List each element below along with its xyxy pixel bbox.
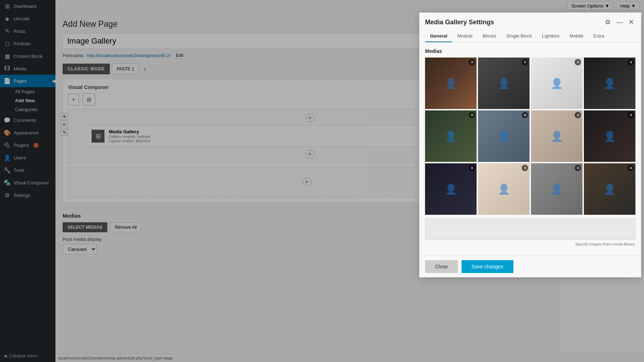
gallery-thumb-12: 👤 ✕ xyxy=(584,163,635,215)
gallery-thumb-7: 👤 ✕ xyxy=(531,110,582,162)
gallery-thumb-5: 👤 ✕ xyxy=(425,110,477,162)
gallery-thumb-6: 👤 ✕ xyxy=(478,110,530,162)
gallery-remove-8[interactable]: ✕ xyxy=(628,112,634,118)
tab-lightbox[interactable]: Lightbox xyxy=(537,30,565,42)
gallery-thumb-3: 👤 ✕ xyxy=(531,58,582,109)
gallery-remove-12[interactable]: ✕ xyxy=(628,165,634,171)
tab-single-block[interactable]: Single Block xyxy=(501,30,537,42)
gallery-add-area[interactable] xyxy=(425,218,635,240)
modal-title-row: Media Gallery Settings ⚙ — ✕ xyxy=(425,18,635,27)
gallery-remove-2[interactable]: ✕ xyxy=(522,59,528,65)
gallery-thumb-2: 👤 ✕ xyxy=(478,58,530,109)
modal-overlay: Media Gallery Settings ⚙ — ✕ General Mod… xyxy=(0,0,644,362)
gallery-remove-7[interactable]: ✕ xyxy=(575,112,581,118)
modal-minimize-button[interactable]: — xyxy=(615,18,624,27)
gallery-thumb-1: 👤 ✕ xyxy=(425,58,477,109)
gallery-remove-4[interactable]: ✕ xyxy=(628,59,634,65)
gallery-remove-6[interactable]: ✕ xyxy=(522,112,528,118)
modal-tabs: General Module Blocks Single Block Light… xyxy=(425,30,635,42)
tab-general[interactable]: General xyxy=(425,30,452,42)
gallery-thumb-11: 👤 ✕ xyxy=(531,163,582,215)
gallery-remove-1[interactable]: ✕ xyxy=(469,59,475,65)
modal-medias-heading: Medias xyxy=(425,48,635,54)
modal-header-icons: ⚙ — ✕ xyxy=(604,18,635,27)
gallery-hint: Specify images from media library. xyxy=(425,242,635,246)
gallery-remove-5[interactable]: ✕ xyxy=(469,112,475,118)
modal-close-btn[interactable]: Close xyxy=(425,260,458,273)
modal-footer: Close Save changes xyxy=(419,256,641,277)
modal-header: Media Gallery Settings ⚙ — ✕ General Mod… xyxy=(419,13,641,43)
gallery-thumb-9: 👤 ✕ xyxy=(425,163,477,215)
gallery-grid: 👤 ✕ 👤 ✕ 👤 ✕ 👤 ✕ 👤 ✕ xyxy=(425,58,635,215)
tab-module[interactable]: Module xyxy=(452,30,478,42)
modal-title: Media Gallery Settings xyxy=(425,19,494,26)
modal-settings-button[interactable]: ⚙ xyxy=(604,18,612,27)
modal-body: Medias 👤 ✕ 👤 ✕ 👤 ✕ 👤 ✕ xyxy=(419,43,641,256)
gallery-remove-11[interactable]: ✕ xyxy=(575,165,581,171)
modal-save-btn[interactable]: Save changes xyxy=(462,260,513,273)
modal-close-button[interactable]: ✕ xyxy=(627,18,635,27)
gallery-thumb-10: 👤 ✕ xyxy=(478,163,530,215)
gallery-remove-10[interactable]: ✕ xyxy=(522,165,528,171)
tab-mobile[interactable]: Mobile xyxy=(565,30,588,42)
tab-blocks[interactable]: Blocks xyxy=(478,30,501,42)
gallery-remove-9[interactable]: ✕ xyxy=(469,165,475,171)
modal-media-gallery-settings: Media Gallery Settings ⚙ — ✕ General Mod… xyxy=(419,13,641,277)
gallery-thumb-8: 👤 ✕ xyxy=(584,110,635,162)
gallery-remove-3[interactable]: ✕ xyxy=(575,59,581,65)
gallery-thumb-4: 👤 ✕ xyxy=(584,58,635,109)
tab-extra[interactable]: Extra xyxy=(588,30,609,42)
